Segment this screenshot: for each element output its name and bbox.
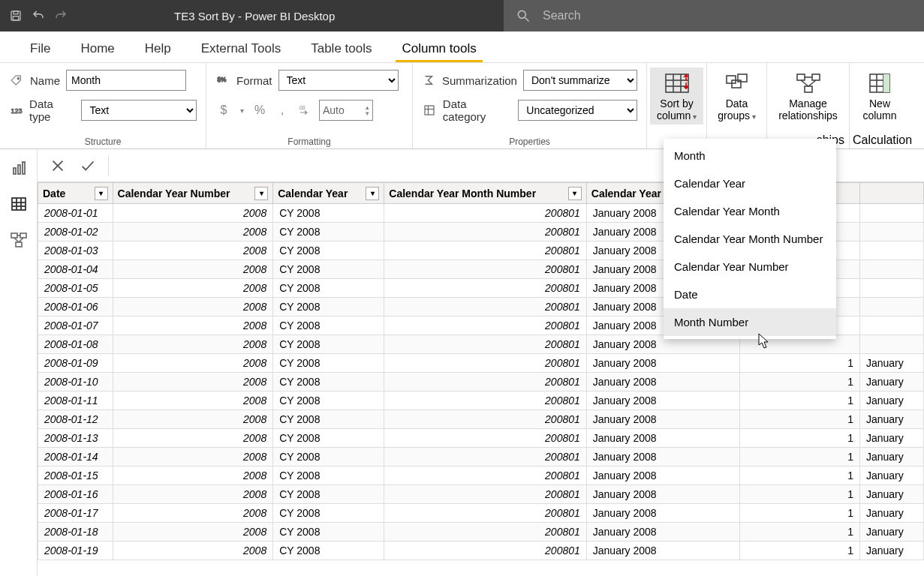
table-row[interactable]: 2008-01-092008CY 2008200801January 20081… bbox=[38, 354, 924, 373]
svg-rect-1 bbox=[14, 11, 18, 14]
sort-menu-item-calendar-year-number[interactable]: Calendar Year Number bbox=[664, 253, 836, 280]
commit-formula-icon[interactable] bbox=[78, 156, 98, 176]
tab-file[interactable]: File bbox=[15, 34, 65, 62]
filter-dropdown-icon[interactable]: ▾ bbox=[254, 187, 268, 200]
cell-date: 2008-01-10 bbox=[38, 373, 113, 392]
sort-menu-item-calendar-year[interactable]: Calendar Year bbox=[664, 170, 836, 197]
svg-rect-35 bbox=[12, 198, 26, 210]
datacategory-label: Data category bbox=[443, 98, 513, 123]
svg-point-5 bbox=[17, 78, 19, 80]
percent-button[interactable]: % bbox=[251, 102, 268, 118]
comma-button[interactable]: , bbox=[274, 102, 290, 118]
new-column-button[interactable]: New column bbox=[853, 68, 907, 124]
table-row[interactable]: 2008-01-192008CY 2008200801January 20081… bbox=[38, 542, 924, 560]
table-row[interactable]: 2008-01-172008CY 2008200801January 20081… bbox=[38, 504, 924, 523]
table-row[interactable]: 2008-01-142008CY 2008200801January 20081… bbox=[38, 448, 924, 466]
manage-relationships-icon bbox=[794, 70, 823, 96]
cell-date: 2008-01-12 bbox=[38, 410, 113, 429]
manage-relationships-button[interactable]: Manage relationships bbox=[770, 68, 846, 124]
undo-icon[interactable] bbox=[32, 9, 45, 22]
cell-cymn: 200801 bbox=[384, 485, 587, 504]
sort-menu-item-month[interactable]: Month bbox=[664, 142, 836, 170]
group-formatting: $% Format Text $ ▾ % , .00 Auto bbox=[206, 63, 413, 148]
group-calculations: New column Calculation bbox=[850, 63, 910, 148]
cell-month: January bbox=[859, 354, 923, 373]
cell-date: 2008-01-08 bbox=[38, 335, 113, 354]
save-icon[interactable] bbox=[9, 9, 23, 22]
svg-rect-20 bbox=[797, 74, 805, 80]
report-view-icon[interactable] bbox=[9, 158, 29, 178]
model-view-icon[interactable] bbox=[9, 230, 29, 250]
cell-cyn: 2008 bbox=[113, 410, 273, 429]
cell-cyn: 2008 bbox=[113, 335, 273, 354]
svg-rect-17 bbox=[727, 76, 736, 83]
table-row[interactable]: 2008-01-122008CY 2008200801January 20081… bbox=[38, 410, 924, 429]
ribbon: Name 123 Data type Text Structure $% Fo bbox=[0, 63, 924, 149]
col-header-cy[interactable]: Calendar Year▾ bbox=[273, 183, 384, 204]
table-row[interactable]: 2008-01-152008CY 2008200801January 20081… bbox=[38, 466, 924, 485]
data-view-icon[interactable] bbox=[9, 194, 29, 214]
col-header-date[interactable]: Date▾ bbox=[38, 183, 113, 204]
cell-cyn: 2008 bbox=[113, 223, 273, 242]
sort-menu-item-date[interactable]: Date bbox=[664, 280, 836, 308]
cancel-formula-icon[interactable] bbox=[48, 156, 68, 176]
datatype-select[interactable]: Text bbox=[81, 100, 197, 121]
search-placeholder: Search bbox=[543, 9, 581, 22]
cell-month: January bbox=[859, 542, 923, 560]
cell-cyn: 2008 bbox=[113, 260, 273, 279]
group-datagroups: Data groups ▾ bbox=[707, 63, 767, 148]
col-header-cyn[interactable]: Calendar Year Number▾ bbox=[113, 183, 273, 204]
svg-line-45 bbox=[19, 238, 23, 242]
col-header-month[interactable] bbox=[859, 183, 923, 204]
name-input[interactable] bbox=[66, 70, 186, 91]
cell-cy: CY 2008 bbox=[273, 392, 384, 410]
cell-cy: CY 2008 bbox=[273, 260, 384, 279]
filter-dropdown-icon[interactable]: ▾ bbox=[366, 187, 379, 200]
data-groups-button[interactable]: Data groups ▾ bbox=[710, 68, 763, 124]
sort-menu-item-calendar-year-month[interactable]: Calendar Year Month bbox=[664, 197, 836, 225]
tab-external-tools[interactable]: External Tools bbox=[186, 34, 296, 62]
format-select[interactable]: Text bbox=[278, 70, 399, 91]
search-box[interactable]: Search bbox=[504, 0, 924, 32]
cell-cymn: 200801 bbox=[384, 204, 587, 223]
table-row[interactable]: 2008-01-102008CY 2008200801January 20081… bbox=[38, 373, 924, 392]
title-bar: TE3 Sort By - Power BI Desktop Search bbox=[0, 0, 924, 32]
sort-by-column-button[interactable]: Sort by column ▾ bbox=[650, 68, 703, 124]
decimals-button[interactable]: .00 bbox=[296, 102, 313, 118]
currency-chevron-icon[interactable]: ▾ bbox=[238, 102, 245, 118]
tab-table-tools[interactable]: Table tools bbox=[296, 34, 387, 62]
tab-home[interactable]: Home bbox=[65, 34, 129, 62]
cell-date: 2008-01-02 bbox=[38, 223, 113, 242]
cell-cym: January 2008 bbox=[586, 542, 739, 560]
redo-icon[interactable] bbox=[54, 9, 68, 22]
cell-cymn: 200801 bbox=[384, 373, 587, 392]
cell-cym: January 2008 bbox=[586, 485, 739, 504]
table-row[interactable]: 2008-01-112008CY 2008200801January 20081… bbox=[38, 392, 924, 410]
cell-cyn: 2008 bbox=[113, 298, 273, 316]
tab-help[interactable]: Help bbox=[130, 34, 186, 62]
cell-cy: CY 2008 bbox=[273, 316, 384, 335]
sort-menu-item-calendar-year-month-number[interactable]: Calendar Year Month Number bbox=[664, 225, 836, 253]
cell-cyn: 2008 bbox=[113, 204, 273, 223]
datatype-label: Data type bbox=[29, 98, 75, 123]
col-header-cymn[interactable]: Calendar Year Month Number▾ bbox=[384, 183, 587, 204]
table-row[interactable]: 2008-01-182008CY 2008200801January 20081… bbox=[38, 523, 924, 542]
svg-rect-40 bbox=[11, 233, 17, 238]
filter-dropdown-icon[interactable]: ▾ bbox=[568, 187, 582, 200]
table-row[interactable]: 2008-01-132008CY 2008200801January 20081… bbox=[38, 429, 924, 448]
summarization-select[interactable]: Don't summarize bbox=[523, 70, 637, 91]
datacategory-select[interactable]: Uncategorized bbox=[518, 100, 637, 121]
table-row[interactable]: 2008-01-162008CY 2008200801January 20081… bbox=[38, 485, 924, 504]
tab-column-tools[interactable]: Column tools bbox=[387, 34, 491, 62]
group-structure: Name 123 Data type Text Structure bbox=[0, 63, 206, 148]
cell-month bbox=[859, 242, 923, 260]
cell-mn: 1 bbox=[739, 485, 859, 504]
filter-dropdown-icon[interactable]: ▾ bbox=[95, 187, 108, 200]
cell-month bbox=[859, 204, 923, 223]
cell-cymn: 200801 bbox=[384, 429, 587, 448]
decimal-places-input[interactable]: Auto ▴▾ bbox=[319, 100, 373, 121]
sort-menu-item-month-number[interactable]: Month Number bbox=[664, 308, 836, 336]
currency-button[interactable]: $ bbox=[215, 102, 232, 118]
svg-rect-42 bbox=[16, 242, 22, 247]
cell-cymn: 200801 bbox=[384, 242, 587, 260]
